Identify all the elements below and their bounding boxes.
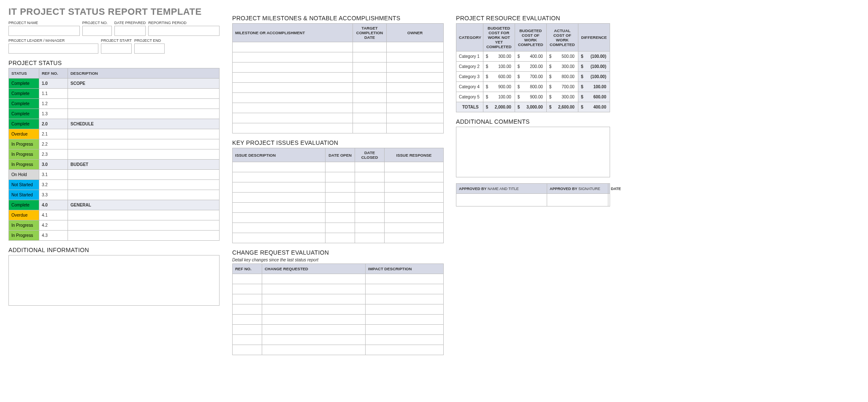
status-cell[interactable]: In Progress xyxy=(9,160,39,170)
table-row[interactable] xyxy=(233,52,444,62)
table-row[interactable] xyxy=(233,73,444,83)
table-cell[interactable] xyxy=(366,294,444,304)
table-cell[interactable] xyxy=(233,294,262,304)
table-cell[interactable] xyxy=(233,62,353,73)
table-cell[interactable] xyxy=(326,213,355,223)
table-cell[interactable] xyxy=(262,325,366,335)
description-cell[interactable] xyxy=(68,109,220,119)
table-cell[interactable] xyxy=(233,213,326,223)
description-cell[interactable]: BUDGET xyxy=(68,160,220,170)
table-cell[interactable] xyxy=(387,93,444,103)
additional-info-box[interactable] xyxy=(8,255,220,306)
description-cell[interactable] xyxy=(68,89,220,99)
table-cell[interactable] xyxy=(233,325,262,335)
table-cell[interactable] xyxy=(233,223,326,233)
status-cell[interactable]: Complete xyxy=(9,200,39,210)
table-cell[interactable] xyxy=(366,315,444,325)
table-cell[interactable] xyxy=(233,335,262,345)
table-cell[interactable] xyxy=(387,42,444,52)
table-row[interactable] xyxy=(233,193,444,203)
table-cell[interactable] xyxy=(353,52,387,62)
description-cell[interactable] xyxy=(68,129,220,139)
meta-input[interactable] xyxy=(114,26,146,36)
description-cell[interactable]: SCOPE xyxy=(68,79,220,89)
table-cell[interactable] xyxy=(233,274,262,284)
table-cell[interactable] xyxy=(262,315,366,325)
table-row[interactable] xyxy=(233,294,444,304)
table-cell[interactable] xyxy=(233,113,353,123)
table-row[interactable] xyxy=(233,162,444,172)
table-cell[interactable] xyxy=(326,172,355,182)
table-cell[interactable] xyxy=(326,233,355,243)
table-row[interactable] xyxy=(233,172,444,182)
table-cell[interactable] xyxy=(233,52,353,62)
table-cell[interactable] xyxy=(326,193,355,203)
table-cell[interactable] xyxy=(233,103,353,113)
meta-input[interactable] xyxy=(82,26,112,36)
meta-input[interactable] xyxy=(148,26,220,36)
table-cell[interactable] xyxy=(233,193,326,203)
table-cell[interactable] xyxy=(326,182,355,193)
status-cell[interactable]: Overdue xyxy=(9,129,39,139)
table-cell[interactable] xyxy=(355,213,385,223)
table-cell[interactable] xyxy=(326,162,355,172)
status-cell[interactable]: On Hold xyxy=(9,170,39,180)
meta-input[interactable] xyxy=(8,43,98,54)
table-cell[interactable] xyxy=(353,93,387,103)
status-cell[interactable]: Complete xyxy=(9,99,39,109)
table-cell[interactable] xyxy=(233,304,262,315)
description-cell[interactable] xyxy=(68,231,220,241)
table-row[interactable] xyxy=(233,113,444,123)
table-cell[interactable] xyxy=(233,182,326,193)
table-row[interactable] xyxy=(233,42,444,52)
table-cell[interactable] xyxy=(326,203,355,213)
status-cell[interactable]: Not Started xyxy=(9,180,39,190)
table-cell[interactable] xyxy=(385,162,444,172)
table-row[interactable] xyxy=(233,123,444,133)
table-cell[interactable] xyxy=(262,284,366,294)
table-cell[interactable] xyxy=(233,73,353,83)
table-cell[interactable] xyxy=(233,315,262,325)
table-cell[interactable] xyxy=(353,123,387,133)
table-cell[interactable] xyxy=(353,62,387,73)
table-cell[interactable] xyxy=(385,182,444,193)
table-cell[interactable] xyxy=(233,162,326,172)
table-cell[interactable] xyxy=(385,223,444,233)
table-cell[interactable] xyxy=(262,335,366,345)
table-cell[interactable] xyxy=(262,294,366,304)
table-cell[interactable] xyxy=(355,233,385,243)
table-cell[interactable] xyxy=(387,113,444,123)
table-cell[interactable] xyxy=(262,274,366,284)
table-cell[interactable] xyxy=(355,223,385,233)
table-cell[interactable] xyxy=(385,213,444,223)
table-cell[interactable] xyxy=(366,335,444,345)
table-cell[interactable] xyxy=(387,73,444,83)
table-cell[interactable] xyxy=(262,345,366,355)
table-cell[interactable] xyxy=(387,83,444,93)
table-cell[interactable] xyxy=(353,42,387,52)
table-cell[interactable] xyxy=(326,223,355,233)
table-cell[interactable] xyxy=(233,42,353,52)
description-cell[interactable]: SCHEDULE xyxy=(68,119,220,129)
status-cell[interactable]: Complete xyxy=(9,109,39,119)
status-cell[interactable]: In Progress xyxy=(9,231,39,241)
table-cell[interactable] xyxy=(353,73,387,83)
table-cell[interactable] xyxy=(233,203,326,213)
status-cell[interactable]: Complete xyxy=(9,79,39,89)
table-row[interactable] xyxy=(233,203,444,213)
meta-input[interactable] xyxy=(8,26,80,36)
status-cell[interactable]: Overdue xyxy=(9,210,39,220)
meta-input[interactable] xyxy=(101,43,132,54)
table-cell[interactable] xyxy=(387,123,444,133)
table-cell[interactable] xyxy=(387,52,444,62)
approval-row[interactable] xyxy=(456,194,610,206)
table-cell[interactable] xyxy=(233,345,262,355)
description-cell[interactable] xyxy=(68,210,220,220)
status-cell[interactable]: Not Started xyxy=(9,190,39,200)
table-cell[interactable] xyxy=(233,284,262,294)
table-row[interactable] xyxy=(233,284,444,294)
table-cell[interactable] xyxy=(385,233,444,243)
table-row[interactable] xyxy=(233,223,444,233)
description-cell[interactable] xyxy=(68,180,220,190)
table-row[interactable] xyxy=(233,345,444,355)
